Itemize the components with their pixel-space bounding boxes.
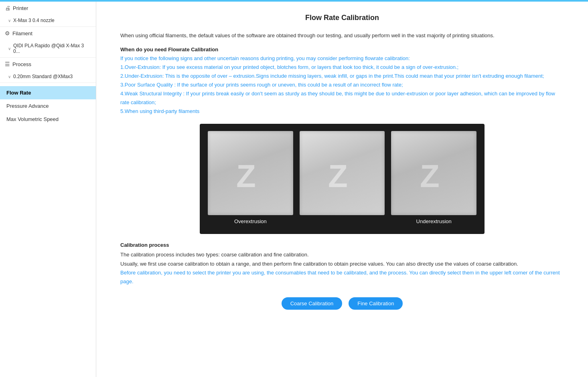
calibration-process-body: The calibration process includes two typ…	[120, 250, 564, 286]
underextrusion-label: Underextrusion	[416, 218, 452, 224]
filament-icon: ⚙	[5, 30, 10, 36]
main-layout: 🖨 Printer ∨ X-Max 3 0.4 nozzle ⚙ Filamen…	[0, 2, 588, 377]
sidebar-filament-section: ⚙ Filament ∨ QIDI PLA Rapido @Qidi X-Max…	[0, 27, 96, 58]
sidebar-printer-section: 🖨 Printer ∨ X-Max 3 0.4 nozzle	[0, 2, 96, 27]
filament-section-label: Filament	[12, 30, 32, 36]
normal-block: Z	[300, 131, 385, 224]
main-content: Flow Rate Calibration When using officia…	[96, 2, 588, 377]
coarse-calibration-button[interactable]: Coarse Calibration	[282, 297, 343, 310]
filament-subsection: ∨ QIDI PLA Rapido @Qidi X-Max 3 0...	[0, 40, 96, 57]
when-item-4: 4.Weak Structural Integrity : If your pr…	[120, 91, 555, 105]
svg-text:Z: Z	[420, 158, 440, 191]
calibration-process-title: Calibration process	[120, 242, 564, 248]
filament-value-item[interactable]: ∨ QIDI PLA Rapido @Qidi X-Max 3 0...	[0, 40, 96, 56]
z-letter-normal: Z	[326, 155, 358, 191]
chevron-down-icon-3: ∨	[8, 75, 11, 79]
page-title: Flow Rate Calibration	[120, 14, 564, 22]
calibration-line1: The calibration process includes two typ…	[120, 252, 309, 258]
svg-text:Z: Z	[236, 158, 256, 191]
when-title: When do you need Flowrate Calibration	[120, 46, 564, 52]
printer-section-label: Printer	[13, 5, 28, 11]
chevron-down-icon: ∨	[8, 18, 11, 23]
process-subsection: ∨ 0.20mm Standard @XMax3	[0, 71, 96, 83]
sidebar: 🖨 Printer ∨ X-Max 3 0.4 nozzle ⚙ Filamen…	[0, 2, 96, 377]
sidebar-process-section: ☰ Process ∨ 0.20mm Standard @XMax3	[0, 58, 96, 83]
overextrusion-label: Overextrusion	[234, 218, 267, 224]
printer-value-item[interactable]: ∨ X-Max 3 0.4 nozzle	[0, 15, 96, 26]
overextrusion-block: Z Overextrusion	[208, 131, 293, 224]
nav-item-pressure-advance[interactable]: Pressure Advance	[0, 99, 96, 113]
svg-text:Z: Z	[328, 158, 348, 191]
when-body: If you notice the following signs and ot…	[120, 54, 564, 116]
filament-value-label: QIDI PLA Rapido @Qidi X-Max 3 0...	[13, 43, 89, 54]
calibration-process: Calibration process The calibration proc…	[120, 242, 564, 286]
normal-label	[341, 218, 343, 224]
chevron-down-icon-2: ∨	[8, 46, 11, 51]
sidebar-filament-header[interactable]: ⚙ Filament	[0, 27, 96, 40]
process-value-item[interactable]: ∨ 0.20mm Standard @XMax3	[0, 71, 96, 82]
image-container: Z Overextrusion Z	[120, 124, 564, 234]
when-item-5: 5.When using third-party filaments	[120, 108, 199, 114]
buttons-row: Coarse Calibration Fine Calibration	[120, 297, 564, 310]
fine-calibration-button[interactable]: Fine Calibration	[349, 297, 403, 310]
nav-item-max-volumetric-speed[interactable]: Max Volumetric Speed	[0, 113, 96, 126]
process-value-label: 0.20mm Standard @XMax3	[13, 74, 73, 79]
calibration-line2: Usually, we first use coarse calibration…	[120, 261, 518, 267]
when-intro: If you notice the following signs and ot…	[120, 55, 410, 61]
sidebar-nav: Flow Rate Pressure Advance Max Volumetri…	[0, 83, 96, 129]
printer-value-label: X-Max 3 0.4 nozzle	[13, 18, 55, 23]
sidebar-printer-header[interactable]: 🖨 Printer	[0, 2, 96, 14]
when-section: When do you need Flowrate Calibration If…	[120, 46, 564, 116]
z-letter-under: Z	[418, 155, 450, 191]
z-letter-over: Z	[234, 155, 266, 191]
process-icon: ☰	[5, 61, 10, 67]
calibration-line3: Before calibration, you need to select t…	[120, 270, 560, 284]
when-item-2: 2.Under-Extrusion: This is the opposite …	[120, 73, 544, 79]
printer-icon: 🖨	[5, 5, 10, 11]
nav-item-flow-rate[interactable]: Flow Rate	[0, 86, 96, 99]
underextrusion-block: Z Underextrusion	[391, 131, 476, 224]
when-item-3: 3.Poor Surface Quality : If the surface …	[120, 82, 403, 88]
printer-subsection: ∨ X-Max 3 0.4 nozzle	[0, 14, 96, 26]
process-section-label: Process	[12, 61, 31, 67]
intro-text: When using official filaments, the defau…	[120, 32, 564, 40]
sidebar-process-header[interactable]: ☰ Process	[0, 58, 96, 71]
when-item-1: 1.Over-Extrusion: If you see excess mate…	[120, 64, 458, 70]
